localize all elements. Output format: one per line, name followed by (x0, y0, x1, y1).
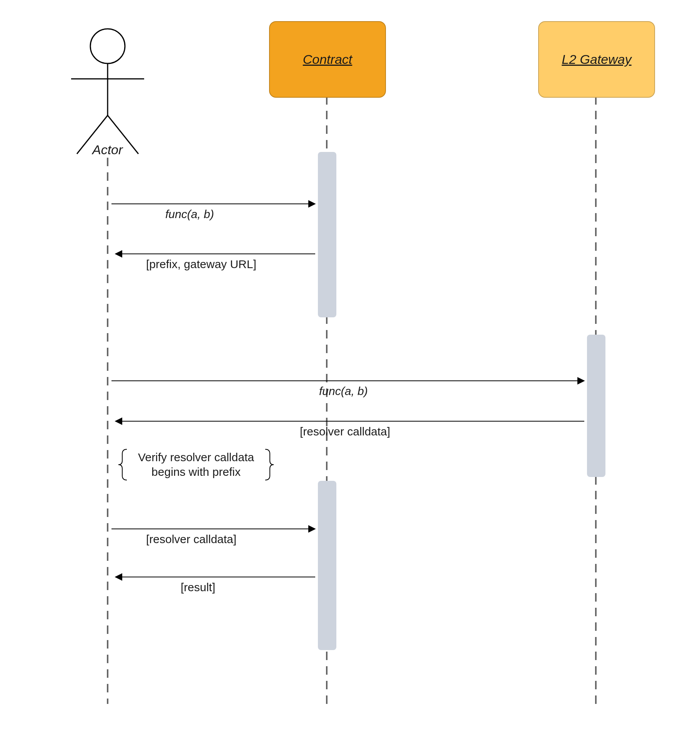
msg-3-label: func(a, b) (319, 385, 368, 398)
activation-contract-1 (318, 152, 336, 317)
msg-2-label: [prefix, gateway URL] (146, 258, 256, 271)
msg-6-label: [result] (181, 581, 215, 594)
participant-gateway: L2 Gateway (538, 21, 655, 98)
msg-1-label: func(a, b) (165, 208, 214, 221)
activation-gateway-1 (587, 335, 605, 477)
actor-figure (71, 29, 144, 154)
verify-note-line1: Verify resolver calldata (138, 451, 254, 464)
participant-contract-label: Contract (303, 52, 352, 67)
participant-contract: Contract (269, 21, 386, 98)
verify-note-line2: begins with prefix (151, 465, 241, 478)
participant-gateway-label: L2 Gateway (562, 52, 631, 67)
activation-contract-2 (318, 481, 336, 650)
svg-point-0 (90, 29, 125, 63)
msg-5-label: [resolver calldata] (146, 533, 236, 546)
msg-4-label: [resolver calldata] (300, 425, 390, 438)
verify-note: Verify resolver calldata begins with pre… (131, 450, 261, 479)
actor-label: Actor (92, 142, 123, 157)
sequence-diagram: Contract L2 Gateway Actor func(a, b) [pr… (0, 0, 700, 737)
